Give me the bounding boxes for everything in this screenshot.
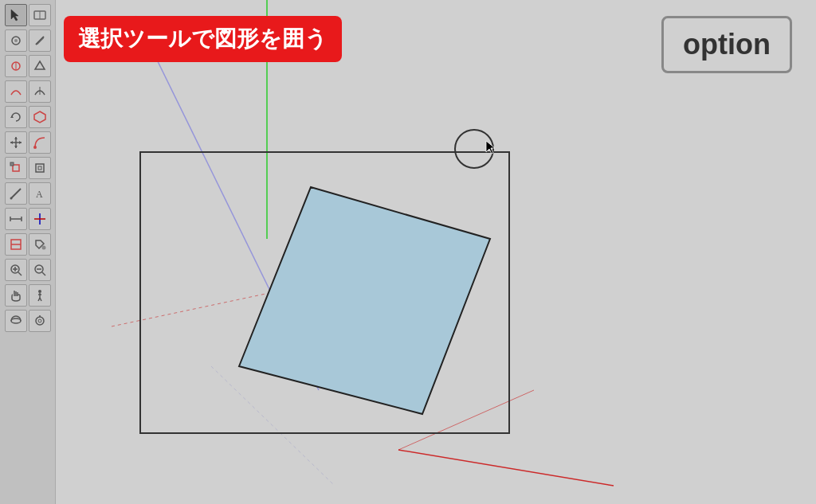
tool-move[interactable] bbox=[5, 131, 27, 154]
svg-line-19 bbox=[11, 189, 21, 198]
svg-point-40 bbox=[38, 319, 41, 322]
selection-rectangle bbox=[139, 151, 510, 434]
tool-orbit[interactable] bbox=[5, 310, 27, 332]
toolbar-row-4 bbox=[0, 80, 55, 104]
annotation-text: 選択ツールで図形を囲う bbox=[78, 26, 328, 51]
svg-point-20 bbox=[10, 197, 12, 200]
tool-rotate[interactable] bbox=[5, 106, 27, 128]
cursor-arrow bbox=[484, 139, 497, 158]
svg-point-14 bbox=[33, 146, 37, 149]
tool-text[interactable]: A bbox=[29, 182, 51, 205]
svg-rect-16 bbox=[10, 162, 14, 166]
toolbar-row-12 bbox=[0, 283, 55, 307]
svg-point-3 bbox=[14, 39, 18, 42]
tool-section[interactable] bbox=[5, 233, 27, 256]
tool-hand[interactable] bbox=[5, 284, 27, 307]
svg-marker-9 bbox=[34, 111, 45, 123]
tool-look-around[interactable] bbox=[29, 310, 51, 332]
svg-marker-12 bbox=[10, 141, 13, 144]
svg-marker-6 bbox=[35, 61, 45, 69]
toolbar-row-7 bbox=[0, 156, 55, 180]
toolbar-row-1 bbox=[0, 3, 55, 27]
tool-follow[interactable] bbox=[29, 131, 51, 154]
toolbar-row-10 bbox=[0, 232, 55, 256]
tool-scale[interactable] bbox=[5, 157, 27, 179]
toolbar-row-2 bbox=[0, 29, 55, 53]
tool-select[interactable] bbox=[5, 4, 27, 26]
svg-marker-11 bbox=[14, 146, 18, 148]
toolbar-row-3 bbox=[0, 54, 55, 78]
tool-component[interactable] bbox=[29, 4, 51, 26]
svg-point-37 bbox=[38, 290, 41, 293]
svg-marker-8 bbox=[10, 115, 14, 118]
svg-point-39 bbox=[36, 317, 44, 325]
tool-erase[interactable] bbox=[29, 29, 51, 52]
svg-text:A: A bbox=[36, 189, 43, 200]
svg-line-35 bbox=[42, 272, 45, 275]
svg-rect-18 bbox=[38, 166, 41, 170]
toolbar-row-8: A bbox=[0, 182, 55, 205]
tool-push-pull[interactable] bbox=[29, 106, 51, 128]
tool-axes[interactable] bbox=[29, 208, 51, 230]
svg-line-31 bbox=[18, 272, 22, 275]
tool-dimension[interactable] bbox=[5, 208, 27, 230]
tool-tape[interactable] bbox=[5, 55, 27, 77]
tool-walk[interactable] bbox=[29, 284, 51, 307]
tool-shape[interactable] bbox=[29, 55, 51, 77]
svg-marker-13 bbox=[19, 141, 22, 144]
option-badge: option bbox=[661, 16, 792, 73]
svg-rect-17 bbox=[36, 164, 44, 172]
toolbar-row-13 bbox=[0, 309, 55, 333]
tool-zoom-in[interactable] bbox=[5, 259, 27, 281]
tool-line[interactable] bbox=[5, 182, 27, 205]
toolbar-row-9 bbox=[0, 207, 55, 231]
svg-point-29 bbox=[41, 246, 45, 250]
tool-arc1[interactable] bbox=[5, 80, 27, 103]
tool-zoom-out[interactable] bbox=[29, 259, 51, 281]
canvas-area bbox=[56, 0, 816, 504]
tool-offset[interactable] bbox=[29, 157, 51, 179]
toolbar-row-5 bbox=[0, 105, 55, 129]
toolbar: A bbox=[0, 0, 56, 504]
tool-paint[interactable] bbox=[5, 29, 27, 52]
svg-point-38 bbox=[11, 318, 21, 323]
option-text: option bbox=[683, 28, 771, 61]
tool-paint-bucket[interactable] bbox=[29, 233, 51, 256]
toolbar-row-11 bbox=[0, 258, 55, 282]
tool-arc2[interactable] bbox=[29, 80, 51, 103]
svg-marker-10 bbox=[14, 137, 18, 139]
toolbar-row-6 bbox=[0, 131, 55, 154]
annotation-box: 選択ツールで図形を囲う bbox=[64, 16, 342, 62]
